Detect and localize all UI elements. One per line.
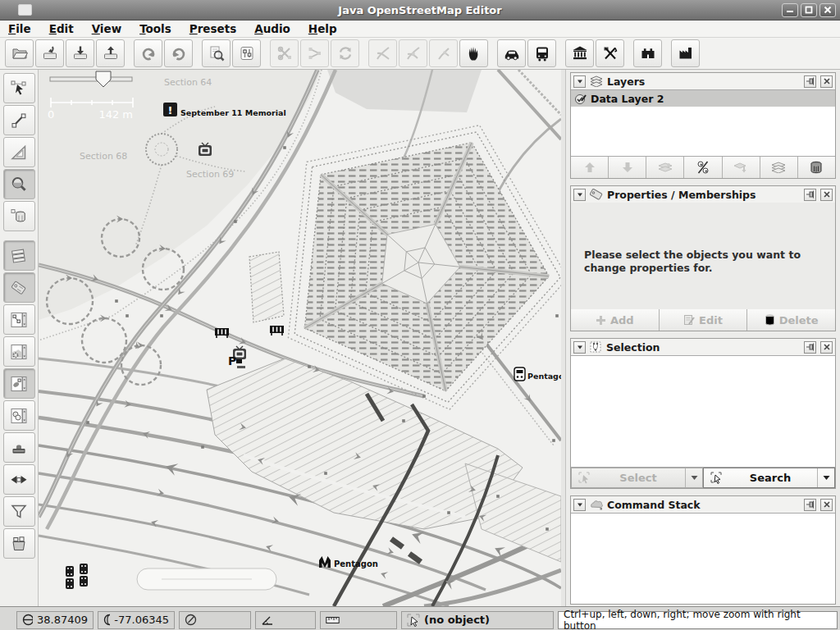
- menu-presets[interactable]: Presets: [189, 22, 245, 35]
- preset-bus-button[interactable]: [527, 39, 556, 67]
- preset-museum-button[interactable]: [565, 39, 594, 67]
- zoom-slider-track[interactable]: [50, 77, 132, 81]
- download-button[interactable]: [66, 39, 94, 67]
- preset-castle-button[interactable]: [633, 39, 662, 67]
- relations-panel-toggle[interactable]: [3, 304, 35, 335]
- merge-layer-down-button[interactable]: [722, 157, 760, 178]
- layers-panel-toggle[interactable]: [3, 240, 35, 271]
- merge-ways-button[interactable]: [399, 39, 427, 67]
- main-toolbar: [0, 38, 840, 70]
- relation-list-toggle[interactable]: [3, 400, 35, 431]
- delete-button[interactable]: Delete: [746, 309, 835, 331]
- map-styles-panel-toggle[interactable]: [3, 336, 35, 367]
- redo-button[interactable]: [164, 39, 193, 67]
- layers-close-button[interactable]: [820, 75, 833, 88]
- combine-way-button[interactable]: [300, 39, 329, 67]
- set-square-icon: [9, 143, 29, 162]
- minimize-button[interactable]: [782, 3, 798, 17]
- changeset-panel-toggle[interactable]: [3, 528, 35, 559]
- metro-label: Pentagon: [334, 559, 378, 568]
- selection-close-button[interactable]: [820, 341, 833, 354]
- measure-tool[interactable]: [3, 137, 35, 167]
- layers-collapse-button[interactable]: [573, 75, 586, 88]
- properties-collapse-button[interactable]: [573, 189, 586, 201]
- selection-list[interactable]: [571, 355, 835, 468]
- menu-help[interactable]: Help: [308, 22, 346, 35]
- menu-view[interactable]: View: [92, 22, 130, 35]
- edit-button[interactable]: Edit: [659, 309, 747, 331]
- close-button[interactable]: [819, 3, 836, 17]
- properties-empty-message: Please select the objects you want to ch…: [571, 203, 835, 276]
- layers-list[interactable]: Data Layer 2: [571, 89, 835, 157]
- select-dropdown[interactable]: [685, 468, 702, 487]
- command-stack-close-button[interactable]: [820, 499, 833, 511]
- draw-node-tool[interactable]: [3, 105, 35, 135]
- zoom-tool[interactable]: [3, 169, 35, 199]
- minimize-icon: [786, 6, 794, 14]
- move-layer-up-button[interactable]: [571, 157, 608, 178]
- layers-icon: [9, 246, 29, 266]
- unglue-ways-button[interactable]: [368, 39, 397, 67]
- preset-factory-button[interactable]: [671, 39, 700, 67]
- trash-icon: [810, 161, 823, 175]
- plus-icon: [596, 315, 606, 326]
- history-panel-toggle[interactable]: [3, 432, 35, 463]
- menu-audio[interactable]: Audio: [254, 22, 299, 35]
- menu-tools[interactable]: Tools: [139, 22, 180, 35]
- search-button[interactable]: Search: [703, 468, 835, 488]
- delete-tool[interactable]: [3, 201, 35, 231]
- split-way-button[interactable]: [270, 39, 299, 67]
- select-tool[interactable]: [3, 73, 35, 103]
- select-button[interactable]: Select: [571, 468, 703, 488]
- preferences-button[interactable]: [232, 39, 261, 67]
- upload-button[interactable]: [96, 39, 125, 67]
- move-layer-down-button[interactable]: [608, 157, 646, 178]
- properties-pin-button[interactable]: [804, 189, 816, 201]
- undo-button[interactable]: [134, 39, 162, 67]
- command-stack-collapse-button[interactable]: [573, 499, 586, 511]
- map-canvas[interactable]: Section 64 Section 68 Section 69 ! Septe…: [39, 70, 561, 606]
- properties-buttons: Add Edit Delete: [571, 309, 835, 331]
- preset-car-button[interactable]: [497, 39, 526, 67]
- layers-toolbar: [571, 157, 835, 178]
- duplicate-layer-button[interactable]: [760, 157, 797, 178]
- properties-close-button[interactable]: [820, 189, 833, 201]
- layer-row[interactable]: Data Layer 2: [571, 90, 835, 107]
- command-stack-pin-button[interactable]: [804, 499, 816, 511]
- selection-panel-toggle[interactable]: [3, 368, 35, 399]
- maximize-button[interactable]: [801, 3, 817, 17]
- download-area-button[interactable]: [202, 39, 231, 67]
- selection-buttons: Select Search: [571, 468, 835, 488]
- conflict-panel-toggle[interactable]: [3, 464, 35, 495]
- close-icon: [824, 344, 830, 350]
- save-button[interactable]: [35, 39, 64, 67]
- join-node-way-button[interactable]: [429, 39, 458, 67]
- update-data-button[interactable]: [331, 39, 359, 67]
- museum-icon: [571, 44, 589, 62]
- preset-restaurant-button[interactable]: [596, 39, 624, 67]
- delete-layer-button[interactable]: [797, 157, 835, 178]
- edit-doc-icon: [683, 314, 695, 326]
- tags-panel-toggle[interactable]: [3, 272, 35, 303]
- pan-hand-button[interactable]: [459, 39, 488, 67]
- selection-pin-button[interactable]: [804, 341, 816, 354]
- open-button[interactable]: [5, 39, 34, 67]
- title-bar: Java OpenStreetMap Editor: [0, 0, 840, 21]
- menu-file[interactable]: File: [8, 22, 40, 35]
- panel-splitter[interactable]: [560, 70, 566, 606]
- activate-layer-button[interactable]: [646, 157, 683, 178]
- refresh-icon: [336, 44, 354, 62]
- map-view[interactable]: Section 64 Section 68 Section 69 ! Septe…: [39, 70, 560, 606]
- layers-pin-button[interactable]: [804, 75, 816, 88]
- selection-collapse-button[interactable]: [573, 341, 586, 354]
- show-hide-layer-button[interactable]: [683, 157, 721, 178]
- filter-panel-toggle[interactable]: [3, 496, 35, 527]
- menu-edit[interactable]: Edit: [49, 22, 83, 35]
- search-dropdown[interactable]: [817, 468, 834, 487]
- way-junction-icon: [374, 44, 392, 62]
- visibility-icon: [696, 160, 710, 175]
- command-stack-list[interactable]: [571, 513, 835, 604]
- selection-panel: Selection Select Search: [570, 338, 836, 489]
- add-button[interactable]: Add: [571, 309, 659, 331]
- close-icon: [824, 6, 832, 14]
